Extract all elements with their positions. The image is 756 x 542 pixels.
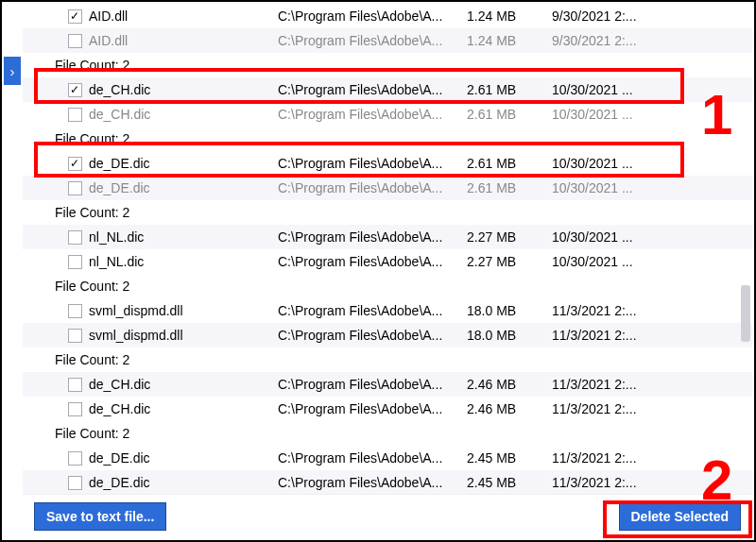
row-checkbox[interactable]: ✓	[68, 9, 82, 24]
col-size: 1.24 MB	[467, 8, 552, 24]
col-name: de_CH.dic	[89, 107, 278, 122]
col-name: de_CH.dic	[89, 377, 278, 392]
col-size: 2.45 MB	[467, 475, 552, 490]
col-name: AID.dll	[89, 8, 278, 24]
row-checkbox[interactable]	[68, 34, 82, 48]
col-name: de_DE.dic	[89, 450, 278, 466]
scrollbar-thumb[interactable]	[741, 285, 750, 342]
col-size: 1.24 MB	[467, 33, 552, 48]
row-checkbox[interactable]	[68, 108, 82, 122]
row-checkbox[interactable]	[68, 378, 82, 392]
col-date: 11/3/2021 2:...	[552, 328, 694, 343]
col-name: AID.dll	[89, 33, 278, 48]
col-size: 2.46 MB	[467, 401, 552, 416]
col-path: C:\Program Files\Adobe\A...	[278, 8, 467, 24]
col-path: C:\Program Files\Adobe\A...	[278, 82, 467, 97]
col-path: C:\Program Files\Adobe\A...	[278, 254, 467, 269]
col-size: 2.46 MB	[467, 377, 552, 392]
table-row[interactable]: de_CH.dicC:\Program Files\Adobe\A...2.46…	[23, 397, 752, 421]
col-size: 2.61 MB	[467, 107, 552, 122]
row-checkbox[interactable]	[68, 304, 82, 318]
button-bar: Save to text file... Delete Selected	[23, 494, 752, 538]
group-header: File Count: 2	[23, 53, 752, 77]
col-path: C:\Program Files\Adobe\A...	[278, 303, 467, 318]
row-checkbox[interactable]: ✓	[68, 157, 82, 171]
col-date: 10/30/2021 ...	[552, 229, 694, 245]
col-path: C:\Program Files\Adobe\A...	[278, 377, 467, 392]
row-checkbox[interactable]	[68, 451, 82, 466]
table-row[interactable]: de_DE.dicC:\Program Files\Adobe\A...2.45…	[23, 446, 752, 470]
table-row[interactable]: nl_NL.dicC:\Program Files\Adobe\A...2.27…	[23, 249, 752, 274]
row-checkbox[interactable]	[68, 402, 82, 416]
group-header: File Count: 2	[23, 421, 752, 446]
col-path: C:\Program Files\Adobe\A...	[278, 328, 467, 343]
col-date: 10/30/2021 ...	[552, 254, 694, 269]
table-row[interactable]: AID.dllC:\Program Files\Adobe\A...1.24 M…	[23, 28, 752, 53]
col-size: 18.0 MB	[467, 328, 552, 343]
col-size: 2.27 MB	[467, 254, 552, 269]
row-checkbox[interactable]	[68, 329, 82, 343]
table-row[interactable]: ✓de_DE.dicC:\Program Files\Adobe\A...2.6…	[23, 151, 752, 176]
col-path: C:\Program Files\Adobe\A...	[278, 156, 467, 171]
row-checkbox[interactable]	[68, 476, 82, 490]
table-row[interactable]: de_CH.dicC:\Program Files\Adobe\A...2.46…	[23, 372, 752, 397]
expand-handle[interactable]: ›	[4, 57, 21, 85]
delete-selected-button[interactable]: Delete Selected	[619, 502, 742, 531]
col-size: 2.61 MB	[467, 156, 552, 171]
table-row[interactable]: ✓de_CH.dicC:\Program Files\Adobe\A...2.6…	[23, 77, 752, 102]
col-date: 10/30/2021 ...	[552, 156, 694, 171]
col-path: C:\Program Files\Adobe\A...	[278, 450, 467, 466]
col-name: svml_dispmd.dll	[89, 328, 278, 343]
col-size: 2.27 MB	[467, 229, 552, 245]
col-date: 10/30/2021 ...	[552, 180, 694, 195]
table-row[interactable]: nl_NL.dicC:\Program Files\Adobe\A...2.27…	[23, 225, 752, 249]
col-date: 10/30/2021 ...	[552, 107, 694, 122]
col-name: de_DE.dic	[89, 180, 278, 195]
col-name: nl_NL.dic	[89, 254, 278, 269]
col-path: C:\Program Files\Adobe\A...	[278, 33, 467, 48]
col-date: 9/30/2021 2:...	[552, 8, 694, 24]
col-path: C:\Program Files\Adobe\A...	[278, 180, 467, 195]
group-header: File Count: 2	[23, 274, 752, 298]
col-date: 11/3/2021 2:...	[552, 377, 694, 392]
table-row[interactable]: ✓AID.dllC:\Program Files\Adobe\A...1.24 …	[23, 4, 752, 28]
col-date: 11/3/2021 2:...	[552, 401, 694, 416]
col-date: 11/3/2021 2:...	[552, 303, 694, 318]
col-date: 11/3/2021 2:...	[552, 450, 694, 466]
col-path: C:\Program Files\Adobe\A...	[278, 475, 467, 490]
col-name: de_DE.dic	[89, 475, 278, 490]
col-size: 2.45 MB	[467, 450, 552, 466]
save-to-text-button[interactable]: Save to text file...	[34, 502, 166, 531]
col-size: 18.0 MB	[467, 303, 552, 318]
group-header: File Count: 2	[23, 127, 752, 151]
col-date: 11/3/2021 2:...	[552, 475, 694, 490]
col-date: 9/30/2021 2:...	[552, 33, 694, 48]
table-row[interactable]: de_CH.dicC:\Program Files\Adobe\A...2.61…	[23, 102, 752, 127]
col-path: C:\Program Files\Adobe\A...	[278, 107, 467, 122]
file-list: ✓AID.dllC:\Program Files\Adobe\A...1.24 …	[23, 4, 752, 494]
col-name: de_DE.dic	[89, 156, 278, 171]
col-size: 2.61 MB	[467, 180, 552, 195]
row-checkbox[interactable]	[68, 230, 82, 245]
col-date: 10/30/2021 ...	[552, 82, 694, 97]
table-row[interactable]: de_DE.dicC:\Program Files\Adobe\A...2.61…	[23, 176, 752, 200]
table-row[interactable]: svml_dispmd.dllC:\Program Files\Adobe\A.…	[23, 323, 752, 347]
table-row[interactable]: svml_dispmd.dllC:\Program Files\Adobe\A.…	[23, 298, 752, 323]
col-size: 2.61 MB	[467, 82, 552, 97]
row-checkbox[interactable]	[68, 181, 82, 195]
col-name: svml_dispmd.dll	[89, 303, 278, 318]
col-name: de_CH.dic	[89, 82, 278, 97]
col-name: de_CH.dic	[89, 401, 278, 416]
group-header: File Count: 2	[23, 347, 752, 372]
row-checkbox[interactable]: ✓	[68, 83, 82, 97]
col-path: C:\Program Files\Adobe\A...	[278, 401, 467, 416]
group-header: File Count: 2	[23, 200, 752, 225]
col-name: nl_NL.dic	[89, 229, 278, 245]
table-row[interactable]: de_DE.dicC:\Program Files\Adobe\A...2.45…	[23, 470, 752, 494]
row-checkbox[interactable]	[68, 255, 82, 269]
col-path: C:\Program Files\Adobe\A...	[278, 229, 467, 245]
